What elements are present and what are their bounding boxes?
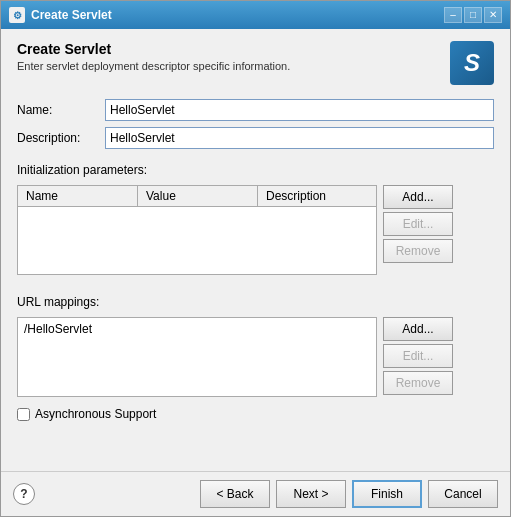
titlebar-controls: – □ ✕ [444, 7, 502, 23]
logo-icon: S [450, 41, 494, 85]
async-support-row: Asynchronous Support [17, 407, 494, 421]
description-input[interactable] [105, 127, 494, 149]
col-desc-header: Description [258, 186, 376, 206]
form-section: Name: Description: Initialization parame… [17, 99, 494, 461]
params-table: Name Value Description [17, 185, 377, 275]
description-row: Description: [17, 127, 494, 149]
dialog-subtitle: Enter servlet deployment descriptor spec… [17, 60, 450, 72]
url-mappings-label: URL mappings: [17, 295, 494, 309]
dialog-content: Create Servlet Enter servlet deployment … [1, 29, 510, 471]
col-name-header: Name [18, 186, 138, 206]
description-label: Description: [17, 131, 97, 145]
col-value-header: Value [138, 186, 258, 206]
next-button[interactable]: Next > [276, 480, 346, 508]
titlebar-icon: ⚙ [9, 7, 25, 23]
back-button[interactable]: < Back [200, 480, 270, 508]
footer-left: ? [13, 483, 35, 505]
init-params-label: Initialization parameters: [17, 163, 494, 177]
close-button[interactable]: ✕ [484, 7, 502, 23]
cancel-button[interactable]: Cancel [428, 480, 498, 508]
async-support-checkbox[interactable] [17, 408, 30, 421]
footer-right: < Back Next > Finish Cancel [200, 480, 498, 508]
finish-button[interactable]: Finish [352, 480, 422, 508]
header-text: Create Servlet Enter servlet deployment … [17, 41, 450, 72]
init-params-remove-button[interactable]: Remove [383, 239, 453, 263]
url-add-button[interactable]: Add... [383, 317, 453, 341]
titlebar: ⚙ Create Servlet – □ ✕ [1, 1, 510, 29]
dialog-window: ⚙ Create Servlet – □ ✕ Create Servlet En… [0, 0, 511, 517]
titlebar-left: ⚙ Create Servlet [9, 7, 112, 23]
minimize-button[interactable]: – [444, 7, 462, 23]
init-params-add-button[interactable]: Add... [383, 185, 453, 209]
help-button[interactable]: ? [13, 483, 35, 505]
name-row: Name: [17, 99, 494, 121]
params-header: Name Value Description [18, 186, 376, 207]
url-table: /HelloServlet [17, 317, 377, 397]
async-support-label[interactable]: Asynchronous Support [35, 407, 156, 421]
init-params-buttons: Add... Edit... Remove [383, 185, 453, 275]
init-params-edit-button[interactable]: Edit... [383, 212, 453, 236]
url-mappings-section: /HelloServlet Add... Edit... Remove [17, 317, 494, 397]
name-input[interactable] [105, 99, 494, 121]
titlebar-title: Create Servlet [31, 8, 112, 22]
maximize-button[interactable]: □ [464, 7, 482, 23]
header-section: Create Servlet Enter servlet deployment … [17, 41, 494, 85]
dialog-title: Create Servlet [17, 41, 450, 57]
url-remove-button[interactable]: Remove [383, 371, 453, 395]
url-mapping-value: /HelloServlet [24, 322, 92, 336]
init-params-section: Name Value Description Add... Edit... Re… [17, 185, 494, 275]
footer: ? < Back Next > Finish Cancel [1, 471, 510, 516]
name-label: Name: [17, 103, 97, 117]
url-mappings-buttons: Add... Edit... Remove [383, 317, 453, 397]
url-edit-button[interactable]: Edit... [383, 344, 453, 368]
